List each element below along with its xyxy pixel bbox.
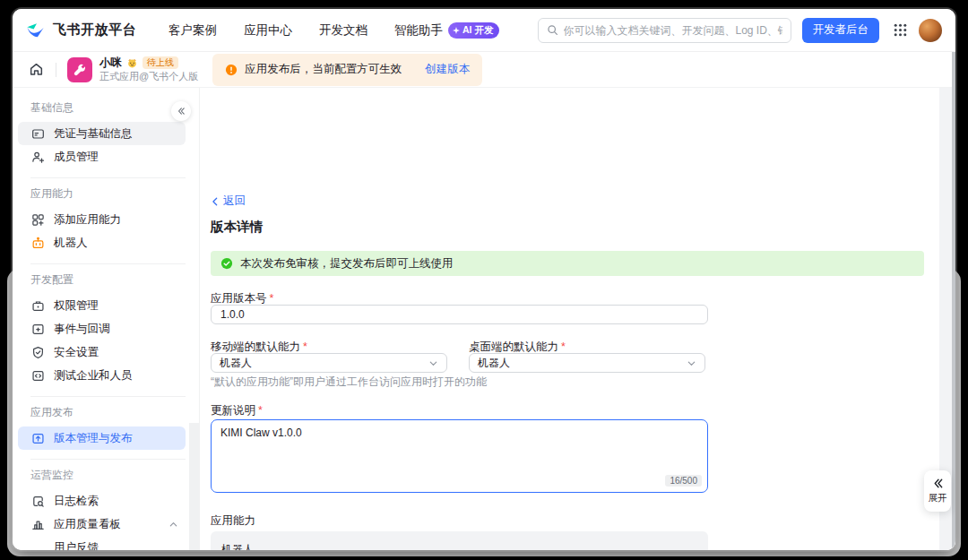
code-box-icon (30, 368, 45, 383)
developer-console-button[interactable]: 开发者后台 (802, 18, 880, 43)
changelog-textarea[interactable]: KIMI Claw v1.0.0 (211, 419, 708, 493)
publish-up-icon (30, 431, 45, 445)
alert-text: 应用发布后，当前配置方可生效 (245, 62, 402, 77)
changelog-label: 更新说明* (211, 403, 263, 418)
sidebar-item-label: 凭证与基础信息 (54, 126, 133, 142)
sidebar-section-release: 应用发布 (18, 405, 186, 420)
sidebar-collapse-button[interactable] (171, 101, 191, 121)
window-scrollbar[interactable] (952, 52, 955, 550)
sparkle-icon (453, 27, 460, 34)
sidebar-item-label: 测试企业和人员 (54, 368, 133, 383)
nav-item-dev-docs[interactable]: 开发文档 (319, 22, 367, 39)
double-chevron-left-icon (177, 107, 186, 116)
create-version-link[interactable]: 创建版本 (425, 62, 470, 77)
sidebar-item-label: 成员管理 (54, 150, 99, 165)
sidebar-section-basic-info: 基础信息 (18, 100, 186, 116)
sidebar-item-version-management[interactable]: 版本管理与发布 (18, 426, 186, 450)
capability-name: 机器人 (221, 542, 697, 550)
nav-item-customer-cases[interactable]: 客户案例 (169, 22, 217, 39)
review-free-banner: 本次发布免审核，提交发布后即可上线使用 (211, 251, 924, 276)
nav-item-label: 智能助手 (394, 22, 443, 39)
event-callback-icon (30, 322, 45, 336)
sidebar-item-label: 权限管理 (54, 298, 99, 314)
chevron-left-icon (211, 197, 220, 206)
nav-item-app-center[interactable]: 应用中心 (244, 22, 292, 39)
top-navigation-bar: 飞书开放平台 客户案例 应用中心 开发文档 智能助手 AI 开发 (13, 9, 955, 52)
sidebar-item-events[interactable]: 事件与回调 (18, 317, 186, 340)
user-avatar[interactable] (919, 19, 942, 42)
sidebar-item-label: 安全设置 (54, 345, 99, 360)
char-counter: 16/500 (665, 475, 702, 487)
expand-label: 展开 (929, 492, 947, 504)
publish-alert-banner: 应用发布后，当前配置方可生效 创建版本 (212, 54, 482, 86)
sidebar-item-label: 添加应用能力 (54, 212, 121, 228)
sidebar-section-dev-config: 开发配置 (18, 272, 186, 288)
page-title: 版本详情 (211, 219, 263, 236)
mobile-capability-select[interactable]: 机器人 (211, 353, 447, 373)
desktop-capability-select[interactable]: 机器人 (469, 353, 705, 373)
select-value: 机器人 (220, 356, 252, 371)
briefcase-icon (30, 298, 45, 313)
double-chevron-left-icon (932, 478, 944, 489)
app-context-bar: 小咪 待上线 正式应用@飞书个人版 应用发布后，当前配置方可生效 创建版本 (13, 52, 955, 88)
grid-plus-icon (30, 212, 45, 227)
app-meta: 小咪 待上线 正式应用@飞书个人版 (99, 56, 198, 82)
app-name: 小咪 (99, 56, 122, 69)
divider (30, 459, 186, 460)
nav-menu: 客户案例 应用中心 开发文档 智能助手 AI 开发 (169, 22, 499, 39)
status-badge: 待上线 (143, 56, 178, 70)
divider (56, 63, 56, 77)
nav-item-ai-assistant[interactable]: 智能助手 AI 开发 (394, 22, 499, 39)
cat-emoji-icon (126, 57, 138, 69)
sidebar-item-members[interactable]: 成员管理 (18, 145, 186, 168)
global-search[interactable] (538, 18, 791, 43)
feishu-logo[interactable]: 飞书开放平台 (25, 20, 136, 40)
sidebar-item-user-feedback[interactable]: 用户反馈 (18, 536, 186, 550)
warning-icon (225, 64, 238, 76)
ai-dev-badge: AI 开发 (448, 22, 499, 39)
app-grid-icon[interactable] (892, 22, 908, 39)
shield-check-icon (30, 345, 45, 359)
sidebar-section-monitoring: 运营监控 (18, 468, 186, 483)
search-input[interactable] (564, 24, 782, 37)
sidebar-item-security[interactable]: 安全设置 (18, 340, 186, 364)
sidebar-item-add-capability[interactable]: 添加应用能力 (18, 208, 186, 231)
back-link[interactable]: 返回 (211, 194, 246, 209)
app-type-label: 正式应用@飞书个人版 (99, 71, 198, 82)
chevron-up-icon[interactable] (169, 520, 178, 530)
sidebar-item-label: 日志检索 (54, 494, 99, 509)
body-row: 基础信息 凭证与基础信息 成员管理 应用能力 (13, 88, 955, 550)
sidebar-item-test-org[interactable]: 测试企业和人员 (18, 364, 186, 387)
browser-window: 飞书开放平台 客户案例 应用中心 开发文档 智能助手 AI 开发 (13, 9, 955, 550)
nav-right-group: 开发者后台 (538, 18, 943, 43)
app-avatar-icon[interactable] (67, 57, 92, 82)
changelog-field: KIMI Claw v1.0.0 16/500 (211, 419, 708, 493)
chart-kanban-icon (30, 517, 45, 531)
sidebar-item-label: 版本管理与发布 (54, 431, 133, 446)
user-plus-icon (30, 150, 45, 164)
id-card-icon (30, 126, 45, 141)
sidebar-item-log-search[interactable]: 日志检索 (18, 489, 186, 513)
divider (30, 177, 186, 178)
sidebar-item-label: 应用质量看板 (54, 517, 121, 532)
chevron-down-icon (687, 358, 696, 368)
sidebar-item-quality-dashboard[interactable]: 应用质量看板 (18, 513, 186, 536)
expand-panel-button[interactable]: 展开 (924, 470, 951, 512)
sidebar-item-permissions[interactable]: 权限管理 (18, 294, 186, 317)
select-value: 机器人 (478, 356, 510, 371)
banner-text: 本次发布免审核，提交发布后即可上线使用 (240, 256, 454, 271)
version-input[interactable] (211, 305, 708, 324)
capability-section-title: 应用能力 (211, 513, 255, 529)
home-icon[interactable] (25, 59, 47, 81)
chevron-down-icon (428, 358, 438, 368)
sidebar-item-credentials[interactable]: 凭证与基础信息 (18, 122, 186, 145)
wrench-icon (73, 63, 87, 77)
feishu-logo-icon (25, 20, 46, 40)
sidebar-section-capabilities: 应用能力 (18, 186, 186, 202)
sidebar-item-bot[interactable]: 机器人 (18, 231, 186, 254)
sidebar-item-label: 用户反馈 (54, 540, 99, 551)
sidebar-item-label: 机器人 (54, 236, 88, 251)
divider (30, 263, 186, 264)
sidebar: 基础信息 凭证与基础信息 成员管理 应用能力 (13, 88, 200, 550)
robot-icon (30, 236, 45, 250)
